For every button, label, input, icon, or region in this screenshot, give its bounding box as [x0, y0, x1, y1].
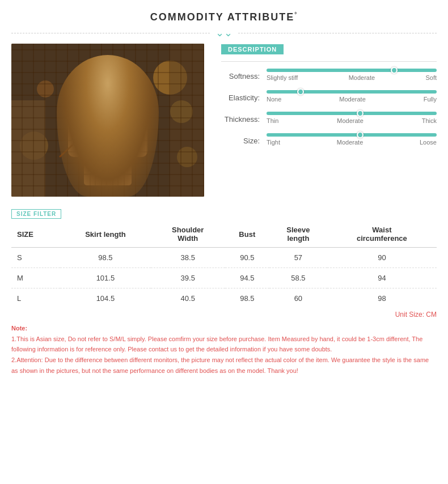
size-filter-label: SIZE FILTER — [11, 209, 61, 219]
size-table: SIZE Skirt length ShoulderWidth Bust Sle… — [11, 221, 437, 308]
size-filter-section: SIZE FILTER SIZE Skirt length ShoulderWi… — [11, 208, 437, 319]
table-row: L 104.5 40.5 98.5 60 98 — [11, 288, 437, 309]
svg-rect-14 — [91, 65, 125, 77]
chevron-down-icon: ⌄⌄ — [215, 28, 233, 38]
row-m-bust: 94.5 — [225, 268, 269, 288]
size-thumb — [357, 131, 364, 138]
product-image-container — [11, 44, 204, 197]
svg-point-29 — [103, 94, 112, 98]
elasticity-thumb — [297, 88, 304, 95]
table-header-row: SIZE Skirt length ShoulderWidth Bust Sle… — [11, 221, 437, 248]
svg-rect-6 — [11, 100, 45, 197]
row-s-shoulder: 38.5 — [151, 248, 225, 268]
desc-divider — [221, 61, 437, 62]
col-sleeve-length: Sleevelength — [269, 221, 327, 248]
row-m-shoulder: 39.5 — [151, 268, 225, 288]
svg-point-9 — [90, 66, 126, 106]
svg-point-8 — [84, 69, 132, 126]
svg-line-26 — [60, 134, 84, 157]
col-bust: Bust — [225, 221, 269, 248]
elasticity-row: Elasticity: None Moderate Fully — [221, 90, 437, 103]
col-waist: Waistcircumference — [327, 221, 437, 248]
row-s-sleeve: 57 — [269, 248, 327, 268]
size-track — [267, 133, 437, 137]
note-line-2: 2.Attention: Due to the difference betwe… — [11, 355, 437, 376]
elasticity-labels: None Moderate Fully — [267, 96, 437, 103]
row-l-sleeve: 60 — [269, 288, 327, 309]
softness-track — [267, 69, 437, 72]
row-m-skirt: 101.5 — [60, 268, 151, 288]
row-l-shoulder: 40.5 — [151, 288, 225, 309]
col-skirt-length: Skirt length — [60, 221, 151, 248]
divider-left — [11, 33, 210, 33]
product-photo — [11, 44, 204, 197]
svg-rect-7 — [170, 44, 204, 197]
table-row: S 98.5 38.5 90.5 57 90 — [11, 248, 437, 268]
thickness-label: Thickness: — [221, 112, 267, 124]
thickness-labels: Thin Moderate Thick — [267, 117, 437, 124]
svg-point-28 — [112, 86, 117, 89]
notes-section: Note: 1.This is Asian size, Do not refer… — [11, 323, 437, 376]
size-attr-label: Size: — [221, 133, 267, 145]
size-table-container: SIZE Skirt length ShoulderWidth Bust Sle… — [11, 221, 437, 308]
softness-label: Softness: — [221, 69, 267, 80]
softness-thumb — [391, 67, 398, 74]
row-l-bust: 98.5 — [225, 288, 269, 309]
note-line-1: 1.This is Asian size, Do not refer to S/… — [11, 334, 437, 355]
row-s-bust: 90.5 — [225, 248, 269, 268]
unit-size-label: Unit Size: CM — [11, 311, 437, 319]
page-header: COMMODITY ATTRIBUTE° — [0, 11, 448, 23]
size-slider-group: Tight Moderate Loose — [267, 133, 437, 146]
svg-point-13 — [87, 66, 128, 80]
header-divider: ⌄⌄ — [11, 28, 437, 38]
size-row: Size: Tight Moderate Loose — [221, 133, 437, 146]
row-l-skirt: 104.5 — [60, 288, 151, 309]
row-m-size: M — [11, 268, 60, 288]
svg-point-2 — [170, 100, 193, 123]
main-content: DESCRIPTION Softness: Slightly stiff Mod… — [11, 44, 437, 197]
elasticity-track — [267, 90, 437, 94]
thickness-slider-group: Thin Moderate Thick — [267, 112, 437, 124]
svg-point-10 — [88, 64, 127, 89]
svg-rect-15 — [84, 117, 132, 185]
svg-point-1 — [153, 61, 187, 95]
svg-point-4 — [20, 131, 48, 160]
col-shoulder-width: ShoulderWidth — [151, 221, 225, 248]
softness-labels: Slightly stiff Moderate Soft — [267, 74, 437, 81]
size-labels: Tight Moderate Loose — [267, 139, 437, 146]
description-panel: DESCRIPTION Softness: Slightly stiff Mod… — [221, 44, 437, 197]
row-m-waist: 94 — [327, 268, 437, 288]
row-s-skirt: 98.5 — [60, 248, 151, 268]
row-l-waist: 98 — [327, 288, 437, 309]
row-s-size: S — [11, 248, 60, 268]
elasticity-label: Elasticity: — [221, 90, 267, 102]
svg-rect-24 — [68, 117, 84, 157]
row-s-waist: 90 — [327, 248, 437, 268]
table-row: M 101.5 39.5 94.5 58.5 94 — [11, 268, 437, 288]
row-m-sleeve: 58.5 — [269, 268, 327, 288]
col-size: SIZE — [11, 221, 60, 248]
thickness-thumb — [357, 110, 364, 117]
svg-rect-0 — [11, 44, 204, 197]
svg-rect-25 — [132, 117, 147, 157]
svg-point-3 — [37, 80, 54, 97]
thickness-row: Thickness: Thin Moderate Thick — [221, 112, 437, 124]
divider-right — [238, 33, 437, 33]
page-title: COMMODITY ATTRIBUTE° — [0, 11, 448, 23]
softness-slider-group: Slightly stiff Moderate Soft — [267, 69, 437, 81]
notes-title: Note: — [11, 323, 437, 334]
row-l-size: L — [11, 288, 60, 309]
thickness-track — [267, 112, 437, 115]
svg-point-5 — [177, 147, 197, 167]
softness-row: Softness: Slightly stiff Moderate Soft — [221, 69, 437, 81]
product-image — [11, 44, 204, 197]
description-label: DESCRIPTION — [221, 44, 284, 54]
svg-rect-11 — [90, 75, 96, 103]
svg-rect-12 — [119, 75, 126, 103]
svg-point-27 — [99, 86, 103, 89]
elasticity-slider-group: None Moderate Fully — [267, 90, 437, 103]
